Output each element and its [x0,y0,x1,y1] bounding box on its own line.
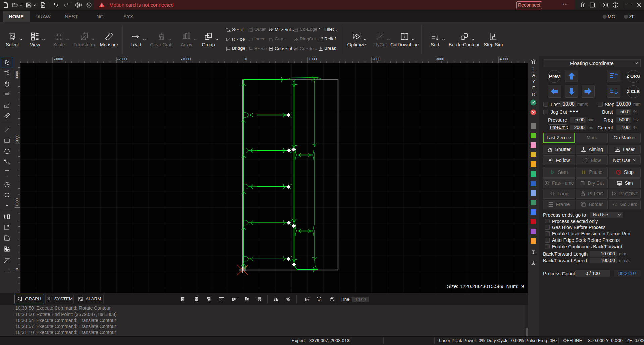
svg-text:0: 0 [15,268,19,270]
svg-text:90°: 90° [306,299,310,301]
svg-text:0: 0 [615,203,616,206]
svg-text:2000: 2000 [15,135,19,143]
svg-text:4000: 4000 [500,57,508,61]
svg-text:90°: 90° [318,299,321,301]
svg-text:-1000: -1000 [181,57,191,61]
svg-text:-2000: -2000 [117,57,127,61]
svg-text:3000: 3000 [15,71,19,79]
svg-text:2000: 2000 [372,57,380,61]
svg-text:0: 0 [245,57,247,61]
svg-text:3000: 3000 [436,57,444,61]
svg-text:1000: 1000 [309,57,317,61]
svg-text:-3000: -3000 [54,57,63,61]
svg-text:1000: 1000 [15,198,19,206]
